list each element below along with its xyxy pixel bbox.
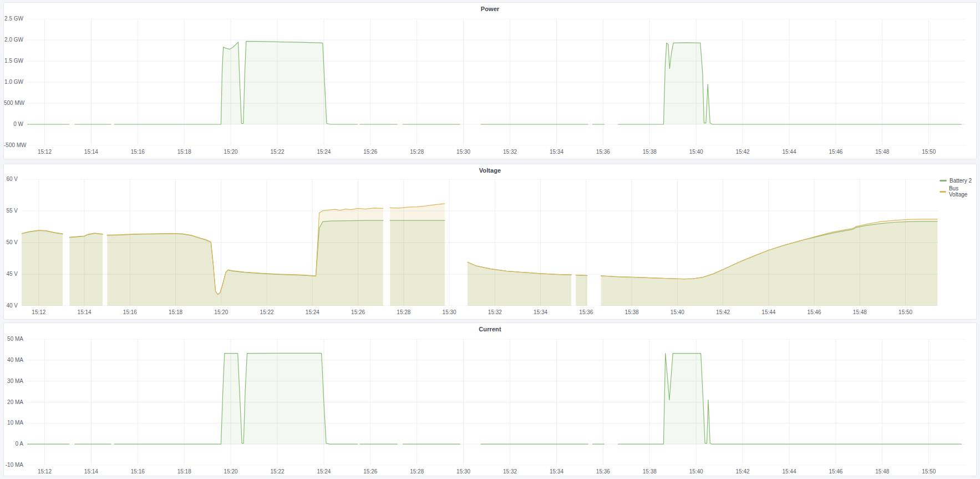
- current-x-axis-tick-label: 15:22: [263, 468, 291, 475]
- power-x-axis-tick-label: 15:42: [729, 149, 756, 155]
- current-x-axis-tick-label: 15:50: [915, 468, 943, 475]
- current-x-axis-tick-label: 15:42: [729, 468, 756, 475]
- voltage-x-axis-tick-label: 15:40: [663, 309, 691, 316]
- current-chart-plot[interactable]: [27, 339, 966, 465]
- current-y-axis-tick-label: 0 A: [4, 441, 23, 447]
- power-y-axis-tick-label: 1.5 GW: [4, 58, 23, 64]
- voltage-chart-plot[interactable]: [22, 179, 938, 306]
- power-panel: Power 2.5 GW2.0 GW1.5 GW1.0 GW500 MW0 W-…: [3, 2, 977, 159]
- power-x-axis-tick-label: 15:32: [496, 149, 524, 155]
- power-x-axis-tick-label: 15:16: [124, 149, 151, 155]
- power-y-axis-tick-label: 500 MW: [4, 100, 23, 107]
- voltage-y-axis-tick-label: 55 V: [4, 208, 18, 214]
- bus-voltage-series-color-swatch: [940, 191, 946, 193]
- legend-label-battery-2: Battery 2: [949, 178, 972, 184]
- voltage-x-axis-tick-label: 15:38: [618, 309, 646, 316]
- legend-item-bus-voltage[interactable]: Bus Voltage: [940, 185, 976, 198]
- voltage-x-axis-tick-label: 15:50: [892, 309, 920, 316]
- voltage-chart-legend: Battery 2 Bus Voltage: [940, 178, 976, 198]
- voltage-x-axis-tick-label: 15:32: [481, 309, 509, 316]
- current-x-axis-tick-label: 15:24: [310, 468, 338, 475]
- current-y-axis-tick-label: -10 MA: [4, 462, 23, 468]
- power-x-axis-tick-label: 15:38: [636, 149, 663, 155]
- power-x-axis-tick-label: 15:50: [915, 149, 943, 155]
- current-y-axis-tick-label: 20 MA: [4, 399, 23, 406]
- power-x-axis-tick-label: 15:44: [775, 149, 803, 155]
- power-y-axis-tick-label: -500 MW: [4, 142, 23, 149]
- power-x-axis-tick-label: 15:26: [357, 149, 384, 155]
- voltage-x-axis-tick-label: 15:42: [709, 309, 737, 316]
- power-x-axis-tick-label: 15:30: [450, 149, 478, 155]
- current-x-axis-tick-label: 15:14: [77, 468, 105, 475]
- current-y-axis-tick-label: 30 MA: [4, 378, 23, 385]
- voltage-x-axis-tick-label: 15:48: [846, 309, 874, 316]
- current-x-axis-tick-label: 15:28: [403, 468, 431, 475]
- legend-item-battery-2[interactable]: Battery 2: [940, 178, 976, 184]
- power-x-axis-tick-label: 15:46: [822, 149, 850, 155]
- voltage-x-axis-tick-label: 15:20: [207, 309, 235, 316]
- voltage-x-axis-tick-label: 15:12: [25, 309, 53, 316]
- voltage-x-axis-tick-label: 15:24: [298, 309, 326, 316]
- power-y-axis-tick-label: 2.0 GW: [4, 37, 23, 43]
- voltage-x-axis-tick-label: 15:44: [755, 309, 783, 316]
- current-x-axis-tick-label: 15:12: [31, 468, 58, 475]
- legend-label-bus-voltage: Bus Voltage: [949, 185, 976, 198]
- voltage-y-axis-tick-label: 60 V: [4, 176, 18, 183]
- power-x-axis-tick-label: 15:12: [31, 149, 58, 155]
- power-x-axis-tick-label: 15:18: [170, 149, 198, 155]
- current-x-axis-tick-label: 15:26: [357, 468, 384, 475]
- power-y-axis-tick-label: 1.0 GW: [4, 79, 23, 85]
- current-panel-title[interactable]: Current: [4, 326, 976, 332]
- voltage-panel-title[interactable]: Voltage: [4, 167, 976, 174]
- power-chart-plot[interactable]: [27, 19, 966, 145]
- current-x-axis-tick-label: 15:46: [822, 468, 850, 475]
- voltage-y-axis-tick-label: 45 V: [4, 271, 18, 278]
- power-x-axis-tick-label: 15:14: [77, 149, 105, 155]
- power-x-axis-tick-label: 15:24: [310, 149, 338, 155]
- current-x-axis-tick-label: 15:20: [217, 468, 245, 475]
- current-x-axis-tick-label: 15:16: [124, 468, 151, 475]
- voltage-x-axis-tick-label: 15:26: [344, 309, 372, 316]
- voltage-panel: Voltage Battery 2 Bus Voltage 60 V55 V50…: [3, 164, 977, 320]
- voltage-y-axis-tick-label: 50 V: [4, 239, 18, 246]
- current-x-axis-tick-label: 15:36: [589, 468, 617, 475]
- power-x-axis-tick-label: 15:28: [403, 149, 431, 155]
- power-x-axis-tick-label: 15:48: [869, 149, 896, 155]
- power-y-axis-tick-label: 0 W: [4, 121, 23, 128]
- voltage-x-axis-tick-label: 15:36: [572, 309, 600, 316]
- voltage-x-axis-tick-label: 15:14: [70, 309, 98, 316]
- current-x-axis-tick-label: 15:32: [496, 468, 524, 475]
- power-x-axis-tick-label: 15:20: [217, 149, 245, 155]
- voltage-y-axis-tick-label: 40 V: [4, 302, 18, 309]
- current-x-axis-tick-label: 15:34: [542, 468, 570, 475]
- current-x-axis-tick-label: 15:38: [636, 468, 663, 475]
- voltage-x-axis-tick-label: 15:28: [390, 309, 418, 316]
- power-x-axis-tick-label: 15:36: [589, 149, 617, 155]
- current-x-axis-tick-label: 15:44: [775, 468, 803, 475]
- current-y-axis-tick-label: 50 MA: [4, 336, 23, 342]
- voltage-x-axis-tick-label: 15:34: [527, 309, 555, 316]
- power-y-axis-tick-label: 2.5 GW: [4, 16, 23, 22]
- power-panel-title[interactable]: Power: [4, 6, 976, 12]
- current-x-axis-tick-label: 15:48: [869, 468, 896, 475]
- voltage-x-axis-tick-label: 15:16: [116, 309, 144, 316]
- voltage-x-axis-tick-label: 15:46: [800, 309, 828, 316]
- power-x-axis-tick-label: 15:34: [542, 149, 570, 155]
- voltage-x-axis-tick-label: 15:22: [253, 309, 281, 316]
- current-x-axis-tick-label: 15:40: [682, 468, 710, 475]
- power-x-axis-tick-label: 15:40: [682, 149, 710, 155]
- current-panel: Current 50 MA40 MA30 MA20 MA10 MA0 A-10 …: [3, 322, 977, 476]
- current-x-axis-tick-label: 15:18: [170, 468, 198, 475]
- power-x-axis-tick-label: 15:22: [263, 149, 291, 155]
- voltage-x-axis-tick-label: 15:30: [435, 309, 463, 316]
- current-y-axis-tick-label: 40 MA: [4, 357, 23, 364]
- current-x-axis-tick-label: 15:30: [450, 468, 478, 475]
- voltage-x-axis-tick-label: 15:18: [162, 309, 190, 316]
- battery-2-series-color-swatch: [940, 180, 947, 181]
- current-y-axis-tick-label: 10 MA: [4, 420, 23, 426]
